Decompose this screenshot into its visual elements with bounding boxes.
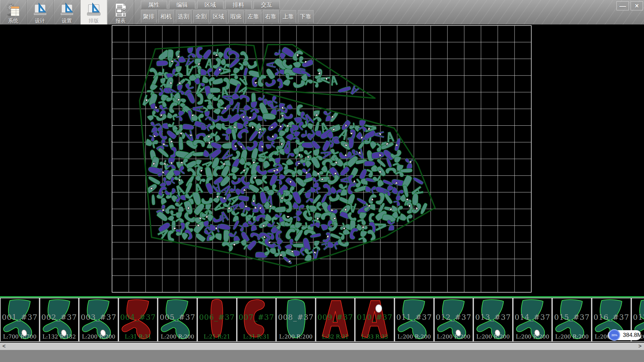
tool-button-align-left[interactable]: 左靠 bbox=[246, 10, 261, 23]
piece-name-label: 007_#37 bbox=[237, 313, 276, 321]
thumbnail-cell[interactable]: 011_#37L:200 R:200 bbox=[394, 298, 434, 342]
thumbnail-cell[interactable]: 003_#37L:200 R:200 bbox=[79, 298, 118, 342]
piece-name-label: 003_#37 bbox=[79, 313, 118, 321]
thumbnail-cell[interactable]: 006_#37L:21 R:21 bbox=[197, 298, 237, 342]
piece-lr-label: L:200 R:200 bbox=[514, 334, 552, 340]
piece-name-label: 015_#37 bbox=[553, 313, 591, 321]
piece-lr-label: L:200 R:200 bbox=[474, 334, 512, 340]
horizontal-scrollbar[interactable]: < > bbox=[0, 343, 644, 350]
menu-tab-interact[interactable]: 交互 bbox=[254, 1, 280, 9]
app-tab-design[interactable]: 设计 bbox=[27, 0, 54, 24]
piece-lr-label: L:32 R:31 bbox=[316, 334, 355, 340]
thumbnail-cell[interactable]: 007_#37L:31 R:31 bbox=[237, 298, 276, 342]
toolbar: 系统 设计 设置 bbox=[0, 0, 644, 24]
menu-tab-bar: 属性 编辑 区域 排料 交互 bbox=[141, 1, 280, 9]
app-mode-buttons: 系统 设计 设置 bbox=[0, 0, 134, 24]
piece-name-label: 011_#37 bbox=[395, 313, 433, 321]
app-tab-label: 排版 bbox=[89, 18, 99, 23]
nesting-drawing bbox=[0, 24, 644, 296]
tool-button-camera[interactable]: 相机 bbox=[158, 10, 174, 23]
piece-lr-label: L:200 R:200 bbox=[395, 334, 433, 340]
piece-lr-label: L:200 R:200 bbox=[435, 334, 473, 340]
tool-button-defect[interactable]: 瑕疵 bbox=[228, 10, 244, 23]
app-tab-label: 设置 bbox=[62, 18, 72, 23]
design-ruler-icon bbox=[33, 3, 48, 17]
gear-table-icon bbox=[6, 3, 21, 17]
status-bar bbox=[0, 350, 644, 362]
report-doc-icon bbox=[113, 3, 128, 17]
app-tab-system[interactable]: 系统 bbox=[0, 0, 27, 24]
piece-name-label: 012_#37 bbox=[435, 313, 473, 321]
thumbnail-cell[interactable]: 009_#37L:32 R:31 bbox=[316, 298, 355, 342]
piece-lr-label: L:31 R:31 bbox=[237, 334, 276, 340]
piece-lr-label: L:33 R:33 bbox=[356, 334, 394, 340]
scroll-right-arrow[interactable]: > bbox=[636, 343, 644, 350]
close-button[interactable]: × bbox=[631, 1, 643, 10]
thumbnail-cell[interactable]: 010_#37L:33 R:33 bbox=[355, 298, 394, 342]
piece-lr-label: L:132 R:132 bbox=[40, 334, 78, 340]
thumbnail-cell[interactable]: 002_#37L:132 R:132 bbox=[40, 298, 79, 342]
piece-name-label: 009_#37 bbox=[316, 313, 355, 321]
memory-usage-label: 384.8M bbox=[623, 332, 642, 339]
minimize-button[interactable]: — bbox=[616, 1, 629, 10]
thumbnail-cell[interactable]: 008_#37L:200 R:200 bbox=[276, 298, 316, 342]
piece-name-label: 013_#37 bbox=[474, 313, 512, 321]
nested-pieces bbox=[141, 46, 428, 265]
piece-lr-label: L:200 R:200 bbox=[277, 334, 315, 340]
app-tab-nesting[interactable]: 排版 bbox=[80, 0, 107, 24]
piece-lr-label: L:200 R:200 bbox=[553, 334, 591, 340]
scroll-left-arrow[interactable]: < bbox=[0, 343, 8, 350]
pieces-strip: 001_#37L:700 R:700002_#37L:132 R:132003_… bbox=[0, 298, 644, 342]
settings-ruler-icon bbox=[60, 3, 74, 17]
tool-button-cluster[interactable]: 聚排 bbox=[141, 10, 157, 23]
piece-name-label: 006_#37 bbox=[198, 313, 236, 321]
piece-name-label: 016_#37 bbox=[592, 313, 631, 321]
piece-name-label: 002_#37 bbox=[40, 313, 78, 321]
piece-name-label: 004_#37 bbox=[119, 313, 157, 321]
menu-tab-region[interactable]: 区域 bbox=[197, 1, 223, 9]
app-tab-label: 设计 bbox=[35, 18, 45, 23]
piece-lr-label: L:31 R:31 bbox=[119, 334, 157, 340]
app-window: 系统 设计 设置 bbox=[0, 0, 644, 362]
tool-button-bar: 聚排 相机 选割 全割 区域 瑕疵 左靠 右靠 上靠 下靠 bbox=[141, 10, 314, 23]
app-tab-report[interactable]: 报表 bbox=[107, 0, 134, 24]
thumbnail-cell[interactable]: 012_#37L:200 R:200 bbox=[434, 298, 474, 342]
nesting-canvas[interactable] bbox=[0, 24, 644, 296]
menu-tab-properties[interactable]: 属性 bbox=[141, 1, 167, 9]
app-tab-label: 系统 bbox=[8, 18, 18, 23]
piece-lr-label: L:21 R:21 bbox=[198, 334, 236, 340]
piece-name-label: 017_#37 bbox=[632, 313, 644, 321]
piece-lr-label: L:200 R:200 bbox=[79, 334, 118, 340]
nesting-ruler-icon bbox=[87, 3, 101, 17]
thumbnail-cell[interactable]: 014_#37L:200 R:200 bbox=[513, 298, 552, 342]
piece-name-label: 010_#37 bbox=[356, 313, 394, 321]
piece-name-label: 001_#37 bbox=[1, 313, 39, 321]
progress-percent-badge: 38% bbox=[608, 329, 620, 341]
tool-button-align-top[interactable]: 上靠 bbox=[280, 10, 296, 23]
piece-lr-label: L:200 R:200 bbox=[158, 334, 197, 340]
memory-status-pill: 38% 384.8M bbox=[608, 330, 641, 340]
menu-tab-edit[interactable]: 编辑 bbox=[169, 1, 195, 9]
thumbnail-cell[interactable]: 013_#37L:200 R:200 bbox=[473, 298, 513, 342]
menu-tab-nest[interactable]: 排料 bbox=[225, 1, 252, 9]
thumbnail-cell[interactable]: 005_#37L:200 R:200 bbox=[158, 298, 197, 342]
piece-name-label: 008_#37 bbox=[277, 313, 315, 321]
tool-button-select-cut[interactable]: 选割 bbox=[176, 10, 192, 23]
app-tab-label: 报表 bbox=[116, 18, 126, 23]
thumbnail-cell[interactable]: 001_#37L:700 R:700 bbox=[0, 298, 40, 342]
tool-button-align-right[interactable]: 右靠 bbox=[263, 10, 279, 23]
piece-lr-label: L:700 R:700 bbox=[1, 334, 39, 340]
thumbnail-cell[interactable]: 004_#37L:31 R:31 bbox=[118, 298, 158, 342]
app-tab-settings[interactable]: 设置 bbox=[54, 0, 80, 24]
thumbnail-cell[interactable]: 015_#37L:200 R:200 bbox=[552, 298, 592, 342]
window-controls: — × bbox=[616, 1, 643, 10]
piece-name-label: 014_#37 bbox=[514, 313, 552, 321]
tool-button-align-bottom[interactable]: 下靠 bbox=[298, 10, 314, 23]
piece-name-label: 005_#37 bbox=[158, 313, 197, 321]
tool-button-region[interactable]: 区域 bbox=[211, 10, 226, 23]
tool-button-cut-all[interactable]: 全割 bbox=[193, 10, 209, 23]
